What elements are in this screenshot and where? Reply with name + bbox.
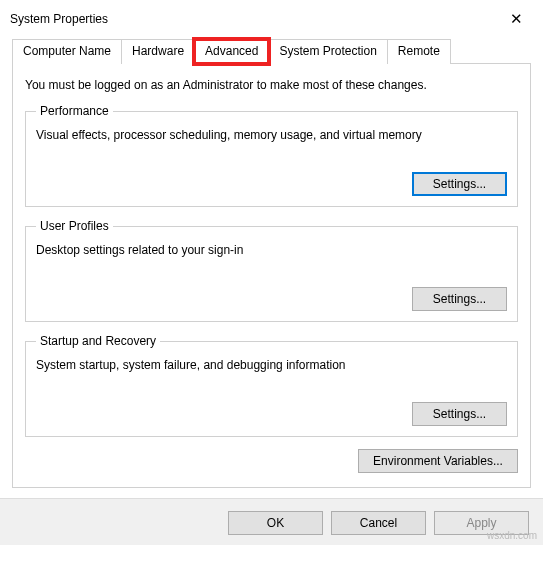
titlebar: System Properties ✕ [0, 0, 543, 38]
group-button-row: Settings... [36, 402, 507, 426]
admin-notice: You must be logged on as an Administrato… [25, 78, 518, 92]
dialog-button-row: OK Cancel Apply [0, 498, 543, 545]
tab-label: Remote [398, 44, 440, 58]
watermark: wsxdn.com [487, 530, 537, 541]
tab-system-protection[interactable]: System Protection [268, 39, 387, 64]
tab-label: Advanced [205, 44, 258, 58]
ok-button[interactable]: OK [228, 511, 323, 535]
group-legend: User Profiles [36, 219, 113, 233]
tab-label: Hardware [132, 44, 184, 58]
window-title: System Properties [10, 12, 108, 26]
group-desc: System startup, system failure, and debu… [36, 358, 507, 372]
performance-settings-button[interactable]: Settings... [412, 172, 507, 196]
tab-label: Computer Name [23, 44, 111, 58]
tab-advanced[interactable]: Advanced [194, 39, 269, 64]
cancel-button[interactable]: Cancel [331, 511, 426, 535]
tabstrip: Computer Name Hardware Advanced System P… [12, 39, 531, 64]
user-profiles-settings-button[interactable]: Settings... [412, 287, 507, 311]
group-button-row: Settings... [36, 287, 507, 311]
group-legend: Startup and Recovery [36, 334, 160, 348]
group-user-profiles: User Profiles Desktop settings related t… [25, 219, 518, 322]
close-icon[interactable]: ✕ [502, 8, 531, 30]
group-button-row: Settings... [36, 172, 507, 196]
startup-recovery-settings-button[interactable]: Settings... [412, 402, 507, 426]
tab-label: System Protection [279, 44, 376, 58]
tab-hardware[interactable]: Hardware [121, 39, 195, 64]
group-desc: Visual effects, processor scheduling, me… [36, 128, 507, 142]
tab-panel-advanced: You must be logged on as an Administrato… [12, 63, 531, 488]
environment-variables-button[interactable]: Environment Variables... [358, 449, 518, 473]
group-desc: Desktop settings related to your sign-in [36, 243, 507, 257]
env-row: Environment Variables... [25, 449, 518, 473]
tab-remote[interactable]: Remote [387, 39, 451, 64]
tab-computer-name[interactable]: Computer Name [12, 39, 122, 64]
group-startup-recovery: Startup and Recovery System startup, sys… [25, 334, 518, 437]
group-performance: Performance Visual effects, processor sc… [25, 104, 518, 207]
group-legend: Performance [36, 104, 113, 118]
